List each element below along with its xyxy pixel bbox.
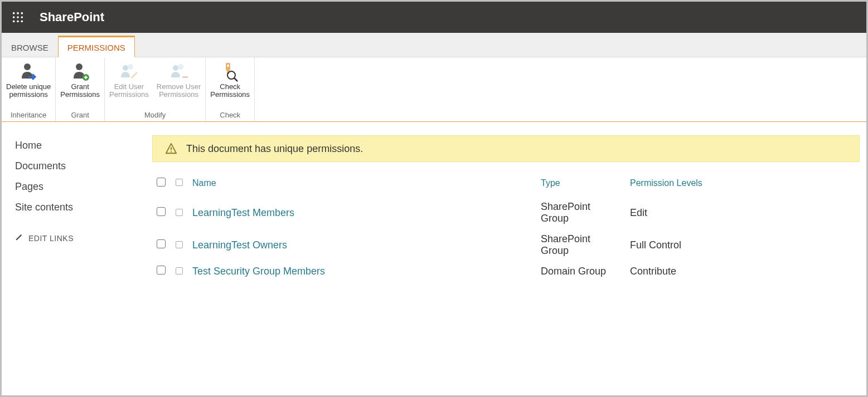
svg-point-20	[227, 71, 235, 79]
permission-level: Contribute	[625, 261, 860, 282]
delete-unique-label: Delete unique permissions	[6, 83, 51, 99]
left-nav: Home Documents Pages Site contents EDIT …	[2, 135, 152, 282]
svg-point-10	[76, 63, 83, 70]
edit-links-button[interactable]: EDIT LINKS	[15, 233, 143, 243]
check-permissions-icon	[220, 62, 240, 82]
edit-user-icon	[119, 62, 139, 82]
nav-item-site-contents[interactable]: Site contents	[15, 197, 143, 218]
ribbon: Delete unique permissions Inheritance Gr…	[2, 57, 866, 122]
ribbon-group-label-check: Check	[210, 109, 250, 119]
permission-level: Edit	[625, 197, 860, 229]
nav-item-documents[interactable]: Documents	[15, 156, 143, 177]
permissions-table: Name Type Permission Levels LearningTest…	[152, 174, 860, 282]
row-checkbox[interactable]	[157, 239, 166, 248]
row-flag	[176, 267, 183, 275]
svg-point-7	[17, 21, 19, 23]
svg-point-14	[173, 65, 178, 71]
svg-line-21	[234, 78, 237, 81]
svg-rect-16	[182, 76, 188, 78]
body-area: Home Documents Pages Site contents EDIT …	[2, 122, 866, 282]
remove-user-permissions-button[interactable]: Remove User Permissions	[157, 62, 201, 99]
ribbon-group-inheritance: Delete unique permissions Inheritance	[2, 57, 56, 121]
ribbon-group-label-inheritance: Inheritance	[6, 109, 51, 119]
grant-permissions-icon	[70, 62, 90, 82]
table-row: LearningTest Owners SharePoint Group Ful…	[152, 229, 860, 261]
column-header-levels[interactable]: Permission Levels	[625, 174, 860, 197]
ribbon-group-modify: Edit User Permissions Remove User Permis…	[105, 57, 206, 121]
principal-type: Domain Group	[536, 261, 625, 282]
grant-permissions-label: Grant Permissions	[60, 83, 100, 99]
svg-point-23	[171, 151, 172, 152]
select-all-checkbox[interactable]	[157, 178, 166, 187]
principal-link[interactable]: Test Security Group Members	[192, 266, 325, 277]
grant-permissions-button[interactable]: Grant Permissions	[60, 62, 100, 99]
column-header-name[interactable]: Name	[188, 174, 536, 197]
svg-point-3	[13, 16, 15, 18]
svg-point-13	[128, 64, 133, 70]
check-permissions-button[interactable]: Check Permissions	[210, 62, 250, 99]
principal-type: SharePoint Group	[536, 229, 625, 261]
remove-user-label: Remove User Permissions	[157, 83, 201, 99]
ribbon-group-label-modify: Modify	[109, 109, 201, 119]
principal-link[interactable]: LearningTest Members	[192, 207, 294, 218]
svg-point-5	[21, 16, 23, 18]
delete-permissions-icon	[18, 62, 38, 82]
nav-item-pages[interactable]: Pages	[15, 177, 143, 197]
suite-bar: SharePoint	[2, 2, 866, 33]
svg-point-4	[17, 16, 19, 18]
edit-user-label: Edit User Permissions	[109, 83, 149, 99]
principal-type: SharePoint Group	[536, 197, 625, 229]
check-permissions-label: Check Permissions	[210, 83, 250, 99]
warning-icon	[165, 143, 177, 155]
ribbon-group-check: Check Permissions Check	[206, 57, 255, 121]
row-checkbox[interactable]	[157, 266, 166, 275]
pencil-icon	[15, 233, 23, 243]
svg-point-2	[21, 12, 23, 14]
svg-point-6	[13, 21, 15, 23]
svg-point-12	[123, 65, 128, 71]
permission-level: Full Control	[625, 229, 860, 261]
main-content: This document has unique permissions. Na…	[152, 135, 866, 282]
svg-point-9	[24, 63, 31, 70]
status-message-text: This document has unique permissions.	[186, 143, 363, 155]
svg-point-0	[13, 12, 15, 14]
ribbon-group-label-grant: Grant	[60, 109, 100, 119]
filter-indicator-header[interactable]	[176, 179, 183, 186]
delete-unique-permissions-button[interactable]: Delete unique permissions	[6, 62, 51, 99]
remove-user-icon	[169, 62, 189, 82]
tab-browse[interactable]: BROWSE	[2, 37, 58, 57]
nav-item-home[interactable]: Home	[15, 135, 143, 156]
tab-permissions[interactable]: PERMISSIONS	[58, 36, 135, 57]
ribbon-tab-row: BROWSE PERMISSIONS	[2, 33, 866, 57]
table-row: Test Security Group Members Domain Group…	[152, 261, 860, 282]
svg-point-1	[17, 12, 19, 14]
svg-point-8	[21, 21, 23, 23]
svg-point-18	[227, 65, 229, 67]
ribbon-group-grant: Grant Permissions Grant	[56, 57, 105, 121]
suite-title[interactable]: SharePoint	[40, 10, 104, 24]
row-flag	[176, 209, 183, 216]
edit-links-label: EDIT LINKS	[28, 234, 74, 243]
edit-user-permissions-button[interactable]: Edit User Permissions	[109, 62, 149, 99]
column-header-type[interactable]: Type	[536, 174, 625, 197]
svg-point-15	[178, 64, 183, 70]
app-launcher-icon[interactable]	[12, 11, 24, 23]
row-checkbox[interactable]	[157, 207, 166, 216]
principal-link[interactable]: LearningTest Owners	[192, 239, 287, 251]
table-row: LearningTest Members SharePoint Group Ed…	[152, 197, 860, 229]
status-message-bar: This document has unique permissions.	[152, 135, 860, 162]
row-flag	[176, 241, 183, 248]
